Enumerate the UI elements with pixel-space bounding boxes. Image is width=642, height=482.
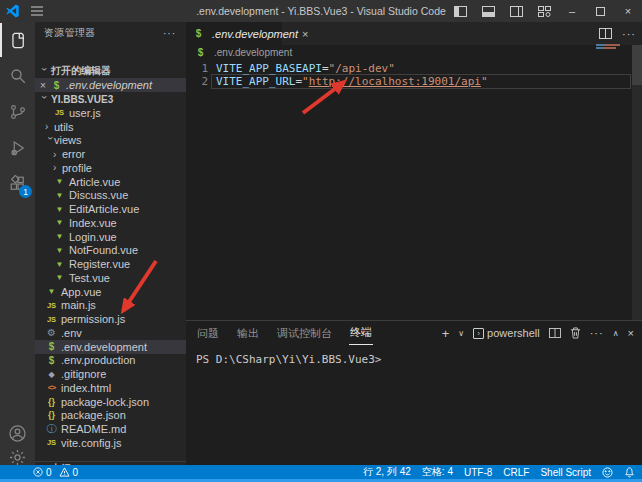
panel-tab-1[interactable]: 输出 bbox=[236, 322, 260, 345]
tree-file--gitignore[interactable]: ◆.gitignore bbox=[35, 367, 186, 381]
tree-file-register-vue[interactable]: ▼Register.vue bbox=[35, 257, 186, 271]
vue-file-icon: ▼ bbox=[53, 205, 66, 214]
more-actions-icon[interactable]: ··· bbox=[622, 28, 636, 40]
tab-env-development[interactable]: $ .env.development × bbox=[186, 22, 283, 45]
explorer-more-actions-icon[interactable]: ··· bbox=[163, 22, 176, 44]
shellscript-file-icon: $ bbox=[194, 47, 207, 58]
tree-file-main-js[interactable]: JSmain.js bbox=[35, 299, 186, 313]
js-file-icon: JS bbox=[45, 438, 58, 447]
panel-tabs: 问题输出调试控制台终端 bbox=[196, 321, 373, 345]
terminal-dropdown-icon[interactable]: ∨ bbox=[458, 329, 464, 338]
source-control-icon[interactable] bbox=[0, 95, 35, 129]
split-terminal-icon[interactable] bbox=[549, 328, 561, 338]
tree-file-readme-md[interactable]: ⓘREADME.md bbox=[35, 422, 186, 436]
customize-layout-icon[interactable] bbox=[530, 0, 558, 22]
tree-file-app-vue[interactable]: ▼App.vue bbox=[35, 285, 186, 299]
tree-file--env-development[interactable]: $.env.development bbox=[35, 340, 186, 354]
shell-file-icon: $ bbox=[45, 341, 58, 352]
new-terminal-icon[interactable]: + bbox=[442, 326, 450, 341]
status-item-2[interactable]: UTF-8 bbox=[464, 467, 492, 478]
scrollbar[interactable] bbox=[632, 45, 642, 320]
close-editor-icon[interactable]: × bbox=[40, 80, 50, 91]
tree-file-package-json[interactable]: {}package.json bbox=[35, 409, 186, 423]
tree-file--env[interactable]: ⚙.env bbox=[35, 326, 186, 340]
breadcrumb[interactable]: $ .env.development bbox=[194, 45, 292, 60]
tree-file-article-vue[interactable]: ▼Article.vue bbox=[35, 175, 186, 189]
status-item-3[interactable]: CRLF bbox=[503, 467, 529, 478]
title-bar: .env.development - Yi.BBS.Vue3 - Visual … bbox=[0, 0, 642, 22]
minimap[interactable] bbox=[596, 44, 622, 50]
tree-file-index-html[interactable]: <>index.html bbox=[35, 381, 186, 395]
run-debug-icon[interactable] bbox=[0, 131, 35, 165]
tree-file--env-production[interactable]: $.env.production bbox=[35, 354, 186, 368]
code-area[interactable]: 1VITE_APP_BASEAPI="/api-dev"2VITE_APP_UR… bbox=[186, 62, 642, 88]
tree-file-login-vue[interactable]: ▼Login.vue bbox=[35, 230, 186, 244]
toggle-panel-icon[interactable] bbox=[474, 0, 502, 22]
tree-item-label: EditArticle.vue bbox=[69, 203, 139, 215]
panel-tab-3[interactable]: 终端 bbox=[349, 321, 373, 345]
extensions-badge: 1 bbox=[19, 185, 32, 198]
terminal-prompt: PS D:\CSharp\Yi\Yi.BBS.Vue3> bbox=[196, 353, 381, 366]
feedback-smiley-icon[interactable] bbox=[602, 467, 613, 478]
panel-tab-2[interactable]: 调试控制台 bbox=[276, 322, 333, 345]
tree-file-user-js[interactable]: JSuser.js bbox=[35, 106, 186, 120]
tree-file-discuss-vue[interactable]: ▼Discuss.vue bbox=[35, 189, 186, 203]
open-editor-label: .env.development bbox=[66, 79, 152, 91]
toggle-secondary-sidebar-icon[interactable] bbox=[502, 0, 530, 22]
activity-bar: 1 bbox=[0, 22, 35, 465]
problems-status[interactable]: 0 0 bbox=[33, 467, 78, 478]
maximize-panel-icon[interactable]: ∧ bbox=[613, 329, 619, 338]
open-editor-item[interactable]: × $ .env.development bbox=[35, 78, 186, 92]
close-tab-icon[interactable]: × bbox=[302, 28, 308, 40]
code-line-1[interactable]: 1VITE_APP_BASEAPI="/api-dev" bbox=[186, 62, 642, 75]
window-controls: – × bbox=[446, 0, 642, 22]
url-link[interactable]: http://localhost:19001/api bbox=[309, 75, 481, 88]
notifications-bell-icon[interactable] bbox=[624, 466, 635, 478]
code-token: VITE_APP_URL bbox=[216, 75, 295, 88]
tree-item-label: views bbox=[54, 134, 82, 146]
open-editors-label: 打开的编辑器 bbox=[51, 64, 111, 78]
terminal-output[interactable]: PS D:\CSharp\Yi\Yi.BBS.Vue3> bbox=[196, 353, 381, 366]
status-item-0[interactable]: 行 2, 列 42 bbox=[363, 465, 411, 479]
tree-file-notfound-vue[interactable]: ▼NotFound.vue bbox=[35, 244, 186, 258]
scrollbar-thumb[interactable] bbox=[632, 45, 642, 85]
vue-file-icon: ▼ bbox=[53, 191, 66, 200]
split-editor-icon[interactable] bbox=[599, 28, 612, 39]
braces-file-icon: {} bbox=[45, 397, 58, 407]
tree-folder-profile[interactable]: ›profile bbox=[35, 161, 186, 175]
close-panel-icon[interactable]: × bbox=[628, 327, 634, 339]
chevron-right-icon: › bbox=[53, 162, 62, 173]
tree-item-label: README.md bbox=[61, 423, 126, 435]
tree-file-package-lock-json[interactable]: {}package-lock.json bbox=[35, 395, 186, 409]
tree-folder-views[interactable]: ›views bbox=[35, 134, 186, 148]
status-item-4[interactable]: Shell Script bbox=[540, 467, 591, 478]
status-item-1[interactable]: 空格: 4 bbox=[422, 465, 453, 479]
tree-item-label: Article.vue bbox=[69, 176, 120, 188]
panel-more-icon[interactable]: ··· bbox=[590, 327, 604, 339]
code-line-2[interactable]: 2VITE_APP_URL="http://localhost:19001/ap… bbox=[186, 75, 642, 88]
tree-item-label: utils bbox=[54, 121, 74, 133]
project-section[interactable]: › YI.BBS.VUE3 bbox=[35, 92, 186, 106]
panel-tab-0[interactable]: 问题 bbox=[196, 322, 220, 345]
extensions-icon[interactable]: 1 bbox=[0, 167, 35, 201]
search-icon[interactable] bbox=[0, 59, 35, 93]
tree-folder-error[interactable]: ›error bbox=[35, 147, 186, 161]
minimize-button[interactable]: – bbox=[558, 0, 586, 22]
maximize-button[interactable] bbox=[586, 0, 614, 22]
tree-folder-utils[interactable]: ›utils bbox=[35, 120, 186, 134]
tree-file-test-vue[interactable]: ▼Test.vue bbox=[35, 271, 186, 285]
tree-file-vite-config-js[interactable]: JSvite.config.js bbox=[35, 436, 186, 450]
open-editors-section[interactable]: › 打开的编辑器 bbox=[35, 64, 186, 78]
code-token: " bbox=[302, 75, 309, 88]
tree-file-editarticle-vue[interactable]: ▼EditArticle.vue bbox=[35, 202, 186, 216]
tree-item-label: NotFound.vue bbox=[69, 244, 138, 256]
explorer-icon[interactable] bbox=[0, 23, 35, 57]
close-button[interactable]: × bbox=[614, 0, 642, 22]
tree-file-index-vue[interactable]: ▼Index.vue bbox=[35, 216, 186, 230]
toggle-sidebar-icon[interactable] bbox=[446, 0, 474, 22]
terminal-shell-item[interactable]: › powershell bbox=[473, 327, 540, 339]
kill-terminal-icon[interactable] bbox=[570, 327, 581, 339]
bottom-panel: 问题输出调试控制台终端 + ∨ › powershell ··· ∧ × PS … bbox=[186, 320, 642, 465]
tree-file-permission-js[interactable]: JSpermission.js bbox=[35, 312, 186, 326]
menu-icon[interactable] bbox=[26, 6, 48, 16]
